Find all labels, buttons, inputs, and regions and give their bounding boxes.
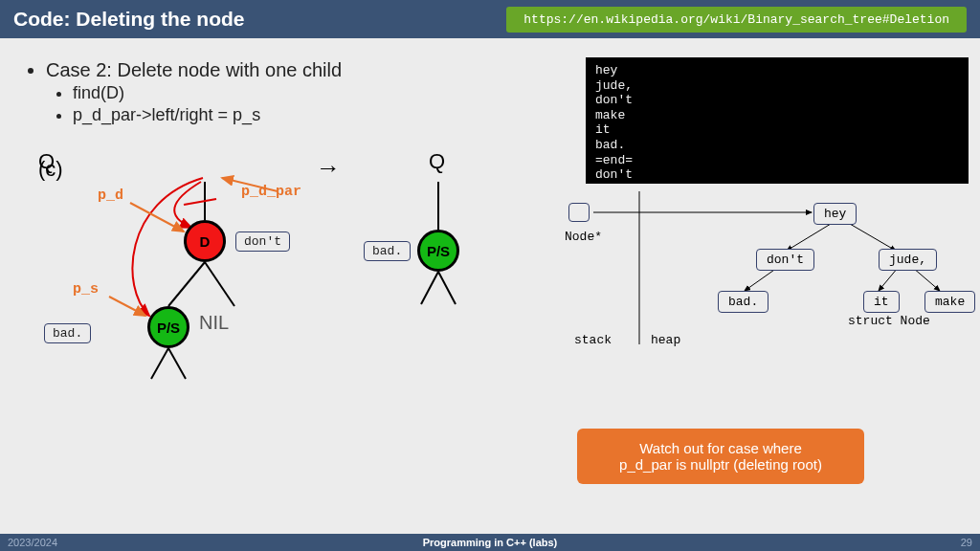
box-bad1: bad. bbox=[44, 323, 91, 343]
label-nodestar: Node* bbox=[565, 230, 602, 244]
warning-line2: p_d_par is nullptr (deleting root) bbox=[587, 456, 855, 473]
svg-line-15 bbox=[850, 224, 896, 251]
label-p-s: p_s bbox=[73, 281, 99, 298]
bullet-sub2: p_d_par->left/right = p_s bbox=[73, 105, 342, 125]
label-p-d-par: p_d_par bbox=[241, 184, 301, 200]
node-NIL: NIL bbox=[199, 312, 229, 334]
warning-line1: Watch out for case where bbox=[587, 440, 855, 456]
heap-node-4: it bbox=[863, 291, 900, 313]
label-struct-node: struct Node bbox=[848, 314, 930, 328]
svg-line-1 bbox=[168, 262, 205, 306]
bullets: Case 2: Delete node with one child find(… bbox=[27, 57, 342, 127]
page-title: Code: Deleting the node bbox=[13, 8, 245, 31]
heap-node-2: jude, bbox=[879, 249, 937, 271]
label-stack: stack bbox=[574, 333, 612, 347]
footer-center: Programming in C++ (labs) bbox=[0, 537, 980, 548]
bullet-sub1: find(D) bbox=[73, 83, 342, 103]
heap-node-3: bad. bbox=[718, 291, 768, 313]
svg-line-18 bbox=[913, 268, 940, 291]
heap-diagram: Node* stack heap struct Node hey don't j… bbox=[565, 191, 967, 364]
bullet-main: Case 2: Delete node with one child bbox=[46, 59, 342, 80]
node-Q2: Q bbox=[429, 149, 445, 174]
svg-line-3 bbox=[151, 348, 168, 379]
label-heap: heap bbox=[651, 333, 680, 347]
node-D: D bbox=[184, 220, 226, 262]
diagram-deletion: (c) Q → Q p_d p_d_par p_s D P/S NIL P/S … bbox=[38, 143, 517, 392]
svg-line-8 bbox=[109, 297, 145, 316]
heap-node-1: don't bbox=[756, 249, 814, 271]
box-bad2: bad. bbox=[364, 241, 411, 261]
svg-line-4 bbox=[168, 348, 186, 379]
stack-pointer-box bbox=[568, 203, 590, 222]
svg-line-16 bbox=[745, 268, 777, 291]
terminal-output: hey jude, don't make it bad. =end= don't bbox=[586, 57, 969, 184]
svg-line-11 bbox=[438, 272, 456, 304]
heap-node-5: make bbox=[924, 291, 975, 313]
svg-line-5 bbox=[184, 199, 216, 205]
warning-callout: Watch out for case where p_d_par is null… bbox=[577, 429, 864, 484]
svg-line-10 bbox=[421, 272, 438, 304]
node-PS2: P/S bbox=[417, 230, 459, 272]
svg-line-14 bbox=[787, 224, 831, 251]
label-p-d: p_d bbox=[98, 187, 123, 204]
node-Q1: Q bbox=[38, 149, 55, 174]
svg-line-17 bbox=[879, 268, 898, 291]
heap-node-0: hey bbox=[813, 203, 857, 225]
svg-line-2 bbox=[205, 262, 234, 306]
node-PS1: P/S bbox=[147, 306, 189, 348]
arrow-icon: → bbox=[316, 153, 341, 183]
box-dont: don't bbox=[235, 231, 290, 252]
reference-url: https://en.wikipedia.org/wiki/Binary_sea… bbox=[506, 7, 967, 33]
